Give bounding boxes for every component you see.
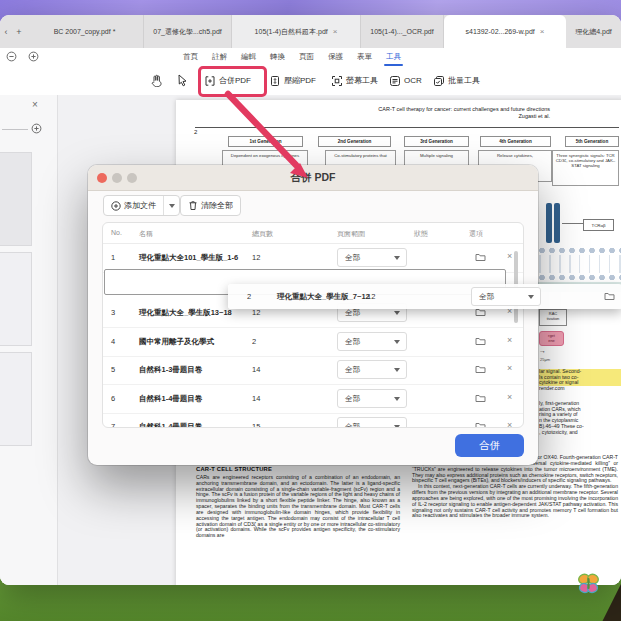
document-zoom-controls xyxy=(6,51,39,62)
page-range-select[interactable]: 全部 xyxy=(337,248,407,267)
add-files-main[interactable]: 添加文件 xyxy=(104,196,163,215)
target-gene-box: rget ene xyxy=(539,331,564,346)
gen4-box: 4th Generation xyxy=(480,136,551,147)
figure-arrow: → xyxy=(539,347,546,354)
remove-file-icon[interactable]: × xyxy=(507,420,512,428)
remove-file-icon[interactable]: × xyxy=(507,392,512,402)
page-range-select[interactable]: 全部 xyxy=(337,332,407,351)
tab-ch5[interactable]: 07_選修化學...ch5.pdf xyxy=(144,15,232,48)
menu-edit[interactable]: 編輯 xyxy=(241,52,256,62)
screen-tools-button[interactable]: 螢幕工具 xyxy=(331,66,378,95)
range-value: 全部 xyxy=(345,422,360,428)
ocr-button[interactable]: OCR xyxy=(389,66,422,95)
add-files-button[interactable]: 添加文件 xyxy=(103,195,180,216)
page-range-select[interactable]: 全部 xyxy=(337,417,407,428)
menu-home[interactable]: 首頁 xyxy=(183,52,198,62)
tab-bc2007[interactable]: BC 2007_copy.pdf * xyxy=(26,15,144,48)
menu-form[interactable]: 表單 xyxy=(357,52,372,62)
tab-back-icon[interactable]: ‹ xyxy=(4,27,7,37)
folder-icon[interactable] xyxy=(475,252,486,262)
remove-file-icon[interactable]: × xyxy=(507,251,512,261)
row-filename: 理化重點大全_學生版13~18 xyxy=(139,308,232,318)
tab-ocr-file[interactable]: 105(1-4)..._OCR.pdf xyxy=(361,15,444,48)
row-pagecount: 14 xyxy=(252,365,260,374)
compress-pdf-label: 壓縮PDF xyxy=(284,75,316,86)
zoom-in-icon[interactable] xyxy=(28,51,39,62)
sidebar-close-icon[interactable]: × xyxy=(32,99,38,110)
tab-lihua4[interactable]: 理化總4.pdf xyxy=(566,15,621,48)
batch-tools-label: 批量工具 xyxy=(448,75,480,86)
batch-tools-button[interactable]: 批量工具 xyxy=(433,66,480,95)
chevron-down-icon xyxy=(394,311,400,315)
table-row[interactable]: 7 自然科1-4冊題目卷 15 全部 × xyxy=(103,412,523,428)
table-row[interactable]: 5 自然科1-3冊題目卷 14 全部 × xyxy=(103,355,523,385)
menu-annotate[interactable]: 註解 xyxy=(212,52,227,62)
row-pagecount: 2 xyxy=(252,337,256,346)
chevron-down-icon xyxy=(394,340,400,344)
row-pagecount: 12 xyxy=(252,253,260,262)
row-filename: 自然科1-4冊題目卷 xyxy=(139,422,202,428)
rac-line: tivation xyxy=(540,317,566,322)
menu-page[interactable]: 頁面 xyxy=(299,52,314,62)
tab-close-icon[interactable]: × xyxy=(540,27,545,36)
tab-science-book[interactable]: 105(1-4)自然科題本.pdf × xyxy=(232,15,361,48)
folder-icon[interactable] xyxy=(475,364,486,374)
tab-label: 理化總4.pdf xyxy=(575,27,612,37)
row-filename: 自然科1-4冊題目卷 xyxy=(139,394,202,404)
row-no: 5 xyxy=(111,365,115,374)
tab-close-icon[interactable]: × xyxy=(333,27,338,36)
gene-line: ene xyxy=(540,339,563,344)
row-filename: 自然科1-3冊題目卷 xyxy=(139,365,202,375)
thumbnail-sidebar: × xyxy=(0,95,58,585)
clear-all-label: 清除全部 xyxy=(201,200,233,211)
range-value: 全部 xyxy=(345,365,360,375)
trash-icon xyxy=(188,200,198,211)
table-header: No. 名稱 總頁數 頁面範圍 狀態 選項 xyxy=(103,223,523,244)
tab-label: BC 2007_copy.pdf * xyxy=(54,28,116,35)
remove-file-icon[interactable]: × xyxy=(507,363,512,373)
tab-label: 105(1-4)自然科題本.pdf xyxy=(255,27,328,37)
merge-confirm-button[interactable]: 合併 xyxy=(455,434,524,457)
tab-label: 105(1-4)..._OCR.pdf xyxy=(370,28,433,35)
folder-icon[interactable] xyxy=(604,291,615,301)
hand-tool-button[interactable] xyxy=(150,66,163,95)
menu-tools[interactable]: 工具 xyxy=(386,52,401,62)
hand-icon xyxy=(150,74,163,87)
dragging-file-row[interactable]: 2 理化重點大全_學生版_7~12 12 全部 xyxy=(228,284,621,309)
menu-convert[interactable]: 轉換 xyxy=(270,52,285,62)
row-filename: 理化重點大全_學生版_7~12 xyxy=(277,292,370,302)
figure-scale-label: 25μm xyxy=(540,357,550,362)
tab-s41392-active[interactable]: s41392-02...269-w.pdf × xyxy=(444,15,566,48)
col-no: No. xyxy=(111,229,122,236)
page-thumbnail[interactable] xyxy=(0,352,32,446)
folder-icon[interactable] xyxy=(475,421,486,428)
add-files-label: 添加文件 xyxy=(124,200,156,211)
gen5-desc: Three synergistic signals: TCR CD3ζ, co-… xyxy=(552,150,619,186)
table-row[interactable]: 4 國中常用離子及化學式 2 全部 × xyxy=(103,327,523,357)
tab-nav-controls: ‹ + xyxy=(0,15,26,48)
remove-file-icon[interactable]: × xyxy=(507,335,512,345)
page-range-select[interactable]: 全部 xyxy=(471,287,541,306)
range-value: 全部 xyxy=(345,337,360,347)
thumbnail-size-slider[interactable] xyxy=(2,129,28,130)
table-row[interactable]: 6 自然科1-4冊題目卷 14 全部 × xyxy=(103,384,523,414)
chevron-down-icon xyxy=(528,295,534,299)
new-tab-button[interactable]: + xyxy=(16,27,21,37)
clear-all-button[interactable]: 清除全部 xyxy=(180,195,241,216)
merge-pdf-dialog: 合併 PDF 添加文件 清除全部 No. 名稱 總頁數 xyxy=(88,165,538,465)
row-filename: 理化重點大全101_學生版_1-6 xyxy=(139,253,238,263)
zoom-out-icon[interactable] xyxy=(6,51,17,62)
page-thumbnail[interactable] xyxy=(0,152,32,246)
select-tool-button[interactable] xyxy=(177,66,188,95)
menu-protect[interactable]: 保護 xyxy=(328,52,343,62)
page-thumbnail[interactable] xyxy=(0,252,32,346)
folder-icon[interactable] xyxy=(475,393,486,403)
add-files-dropdown[interactable] xyxy=(163,196,179,215)
page-range-select[interactable]: 全部 xyxy=(337,360,407,379)
page-range-select[interactable]: 全部 xyxy=(337,389,407,408)
folder-icon[interactable] xyxy=(475,336,486,346)
thumbnail-zoom-in-icon[interactable] xyxy=(31,123,42,134)
row-no: 7 xyxy=(111,422,115,428)
row-no: 4 xyxy=(111,337,115,346)
row-filename: 國中常用離子及化學式 xyxy=(139,337,214,347)
